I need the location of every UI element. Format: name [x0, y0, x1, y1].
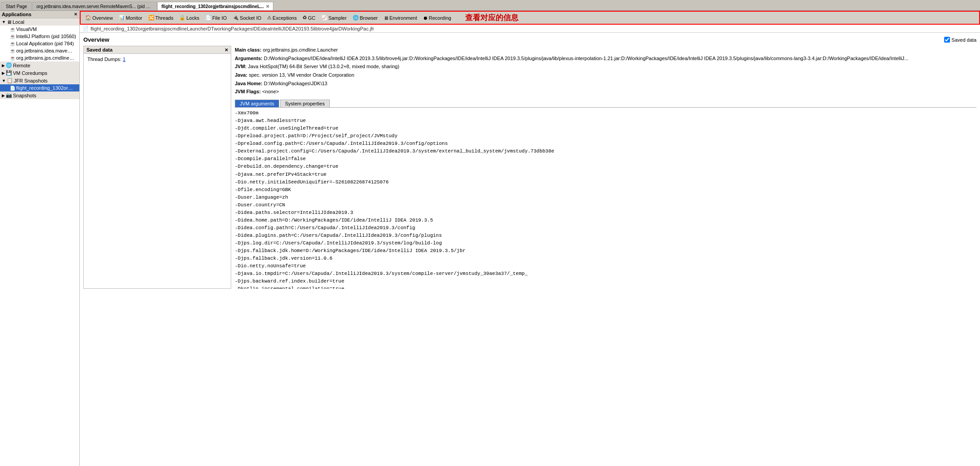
jvm-arg-netty-seed: -Dio.netty.initialSeedUniquifier=-S26108…: [235, 179, 976, 186]
java-home-value: D:\WorkingPackages\JDK\13: [264, 81, 328, 86]
vmcoredumps-expand-icon: ▶: [2, 71, 5, 75]
jvm-arg-encoding: -Dfile.encoding=GBK: [235, 186, 976, 194]
tab-start-label: Start Page: [6, 4, 27, 9]
inner-tab-bar: JVM arguments System properties: [235, 100, 976, 108]
arguments-label: Arguments:: [235, 56, 263, 61]
threads-button[interactable]: 🔀 Threads: [146, 13, 176, 23]
sampler-button[interactable]: 📈 Sampler: [319, 13, 350, 23]
tab-monitor[interactable]: org.jetbrains.idea.maven.server.RemoteMa…: [32, 2, 157, 10]
arguments-row: Arguments: D:/WorkingPackages/IDE/idea/I…: [235, 54, 976, 63]
jvm-arg-kotlin-incremental: -Dkotlin.incremental.compilation=true: [235, 285, 976, 289]
sidebar-item-localapp[interactable]: ☕ Local Application (pid 784): [0, 40, 79, 47]
sampler-icon: 📈: [321, 15, 328, 21]
saved-data-checkbox-wrapper[interactable]: Saved data: [944, 37, 976, 43]
saved-data-close-icon[interactable]: ✕: [224, 48, 228, 52]
fileio-button[interactable]: 📄 File IO: [203, 13, 229, 23]
saved-data-checkbox[interactable]: [944, 37, 950, 43]
java-home-label: Java Home:: [235, 81, 263, 86]
jvm-flags-label: JVM Flags:: [235, 89, 261, 94]
overview-label: Overview: [92, 15, 113, 21]
sidebar-item-launcher[interactable]: ☕ org.jetbrains.jps.cmdline.Launcher (pi…: [0, 54, 79, 61]
socketio-label: Socket IO: [240, 15, 261, 21]
sidebar-section-remote[interactable]: ▶ 🌐 Remote: [0, 61, 79, 69]
exceptions-label: Exceptions: [272, 15, 297, 21]
sidebar-item-maven[interactable]: ☕ org.jetbrains.idea.maven.server.Remote…: [0, 47, 79, 54]
exceptions-button[interactable]: ⚠ Exceptions: [264, 13, 299, 23]
java-spec-value: spec. version 13, VM vendor Oracle Corpo…: [249, 72, 354, 78]
jvm-arg-singlethread: -Djdt.compiler.useSingleThread=true: [235, 125, 976, 132]
sysprops-tab[interactable]: System properties: [280, 100, 330, 107]
sidebar-section-local[interactable]: ▼ 🖥 Local: [0, 18, 79, 26]
jvm-arg-jps-fallback-version: -Djps.fallback.jdk.version=11.0.6: [235, 255, 976, 262]
recording-label: Recording: [429, 15, 451, 21]
recording-button[interactable]: ⏺ Recording: [420, 13, 454, 23]
visualvm-icon: ☕: [10, 27, 15, 32]
jvm-arg-tmpdir: -Djava.io.tmpdir=C:/Users/Capuda/.Intell…: [235, 270, 976, 278]
saved-data-panel-body: Thread Dumps: 1: [84, 54, 231, 65]
tab-monitor-label: org.jetbrains.idea.maven.server.RemoteMa…: [36, 4, 153, 9]
locks-button[interactable]: 🔒 Locks: [177, 13, 202, 23]
jfr-expand-icon: ▼: [2, 78, 6, 83]
sidebar-item-intellij[interactable]: ☕ IntelliJ Platform (pid 10560): [0, 33, 79, 40]
tab-start-page[interactable]: Start Page: [1, 2, 32, 10]
jvm-label: JVM:: [235, 64, 246, 69]
fileio-icon: 📄: [205, 15, 212, 21]
jvm-arg-idea-plugins: -Didea.plugins.path=C:/Users/Capuda/.Int…: [235, 232, 976, 240]
filepath-bar: 📄 flight_recording_1302orgjetbrainsjpscm…: [80, 25, 980, 33]
flightfile-icon: 📄: [10, 86, 15, 91]
sidebar-item-flightfile[interactable]: 📄 flight_recording_1302orgjetbrainsjpscm…: [0, 84, 79, 91]
fileio-label: File IO: [212, 15, 227, 21]
tab-flight[interactable]: flight_recording_1302orgjetbrainsjpscmdl…: [157, 2, 273, 10]
browser-icon: 🌐: [353, 15, 359, 21]
jvmargs-tab[interactable]: JVM arguments: [235, 100, 279, 107]
app-window: Start Page org.jetbrains.idea.maven.serv…: [0, 0, 980, 466]
jvm-arg-jps-backward: -Djps.backward.ref.index.builder=true: [235, 278, 976, 285]
tab-close-icon[interactable]: ✕: [266, 4, 269, 9]
sidebar-section-vmcoredumps[interactable]: ▶ 💾 VM Coredumps: [0, 69, 79, 77]
sampler-label: Sampler: [328, 15, 347, 21]
sidebar-item-visualvm[interactable]: ☕ VisualVM: [0, 26, 79, 33]
monitor-button[interactable]: 📊 Monitor: [116, 13, 145, 23]
jvm-arg-idea-home: -Didea.home.path=D:/WorkingPackages/IDE/…: [235, 217, 976, 224]
overview-section-title: Overview: [83, 36, 109, 43]
threads-icon: 🔀: [148, 15, 155, 21]
remote-icon: 🌐: [6, 62, 12, 68]
environment-icon: 🖥: [384, 15, 389, 21]
jvm-arg-jps-fallback-home: -Djps.fallback.jdk.home=D:/WorkingPackag…: [235, 247, 976, 255]
saved-data-checkbox-label: Saved data: [951, 37, 976, 43]
socketio-icon: 🔌: [233, 15, 239, 21]
jvm-flags-value: <none>: [262, 89, 279, 94]
sidebar-close-icon[interactable]: ✕: [74, 12, 78, 17]
gc-button[interactable]: ♻ GC: [300, 13, 318, 23]
sidebar-section-snapshots[interactable]: ▶ 📷 Snapshots: [0, 91, 79, 99]
environment-button[interactable]: 🖥 Environment: [381, 13, 420, 23]
jvm-arg-headless: -Djava.awt.headless=true: [235, 117, 976, 125]
thread-dumps-label: Thread Dumps:: [87, 57, 121, 62]
jvm-arg-external-project: -Dexternal.project.config=C:/Users/Capud…: [235, 148, 976, 155]
jvm-arg-idea-selector: -Didea.paths.selector=IntelliJIdea2019.3: [235, 209, 976, 217]
jvm-arg-idea-config: -Didea.config.path=C:/Users/Capuda/.Inte…: [235, 224, 976, 232]
gc-icon: ♻: [302, 15, 307, 21]
sidebar-tree: ▼ 🖥 Local ☕ VisualVM ☕ IntelliJ Platform…: [0, 18, 79, 466]
socketio-button[interactable]: 🔌 Socket IO: [230, 13, 264, 23]
locks-label: Locks: [186, 15, 199, 21]
overview-icon: 🏠: [85, 15, 91, 21]
jvm-args-content: -Xmx700m -Djava.awt.headless=true -Djdt.…: [235, 109, 976, 289]
thread-dumps-link[interactable]: 1: [123, 57, 125, 62]
browser-label: Browser: [360, 15, 378, 21]
browser-button[interactable]: 🌐 Browser: [350, 13, 380, 23]
sidebar-section-jfr[interactable]: ▼ 📋 JFR Snapshots: [0, 77, 79, 84]
java-spec-label: Java:: [235, 72, 247, 78]
environment-label: Environment: [389, 15, 417, 21]
snapshots-icon: 📷: [6, 92, 12, 98]
sidebar: Applications ✕ ▼ 🖥 Local ☕ VisualVM ☕ In…: [0, 11, 80, 466]
jvm-arg-compile-parallel: -Dcompile.parallel=false: [235, 155, 976, 163]
jvm-arg-country: -Duser.country=CN: [235, 201, 976, 209]
localapp-icon: ☕: [10, 41, 15, 46]
jvm-row: JVM: Java HotSpot(TM) 64-Bit Server VM (…: [235, 62, 976, 71]
java-home-row: Java Home: D:\WorkingPackages\JDK\13: [235, 79, 976, 88]
overview-button[interactable]: 🏠 Overview: [82, 13, 116, 23]
threads-label: Threads: [155, 15, 173, 21]
computer-icon: 🖥: [7, 19, 12, 25]
jvm-arg-jps-log: -Djps.log.dir=C:/Users/Capuda/.IntelliJI…: [235, 240, 976, 247]
